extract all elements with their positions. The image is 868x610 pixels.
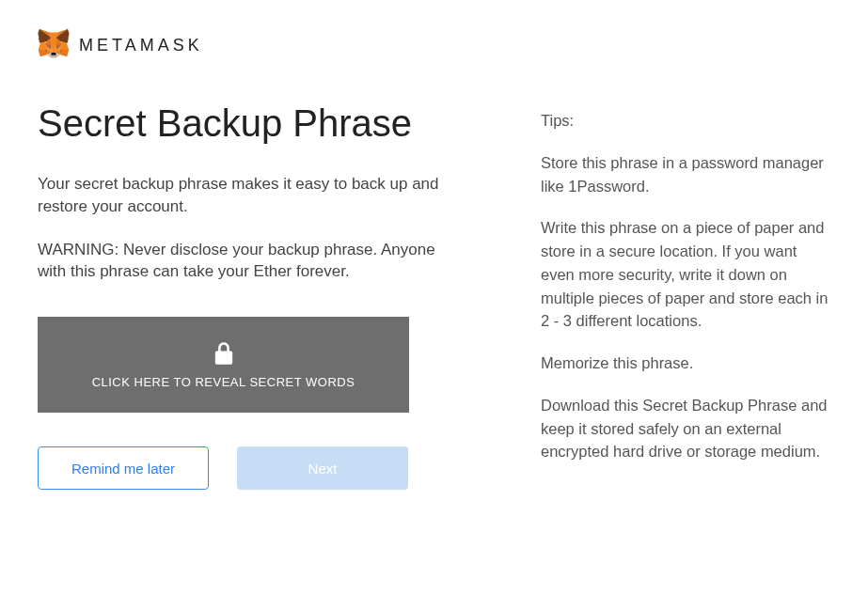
svg-marker-23 <box>51 53 56 55</box>
remind-later-button[interactable]: Remind me later <box>38 446 209 490</box>
description-text: Your secret backup phrase makes it easy … <box>38 173 456 218</box>
next-label: Next <box>308 461 338 477</box>
reveal-label: CLICK HERE TO REVEAL SECRET WORDS <box>92 375 355 389</box>
next-button: Next <box>237 446 408 490</box>
tips-heading: Tips: <box>541 109 830 133</box>
download-phrase-link[interactable]: Download this Secret Backup Phrase and k… <box>541 394 830 463</box>
tip-password-manager: Store this phrase in a password manager … <box>541 151 830 198</box>
brand-header: METAMASK <box>38 28 830 62</box>
tip-memorize: Memorize this phrase. <box>541 352 830 375</box>
fox-icon <box>38 28 70 62</box>
lock-icon <box>214 341 233 369</box>
warning-text: WARNING: Never disclose your backup phra… <box>38 239 456 284</box>
reveal-secret-box[interactable]: CLICK HERE TO REVEAL SECRET WORDS <box>38 317 409 413</box>
tips-panel: Tips: Store this phrase in a password ma… <box>541 100 830 490</box>
brand-name: METAMASK <box>79 36 203 55</box>
tip-paper-storage: Write this phrase on a piece of paper an… <box>541 216 830 333</box>
remind-later-label: Remind me later <box>71 461 175 477</box>
page-title: Secret Backup Phrase <box>38 100 456 147</box>
